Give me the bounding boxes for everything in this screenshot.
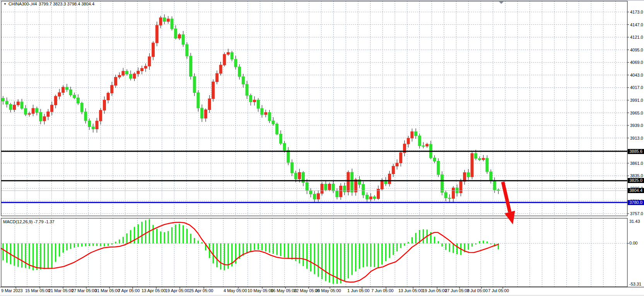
bull-candle: [223, 55, 226, 65]
bull-candle: [111, 86, 113, 93]
macd-histogram-bar: [291, 243, 292, 260]
macd-histogram-bar: [475, 243, 477, 245]
time-axis-labels: 9 Mar 202315 Mar 05:0021 Mar 05:0027 Mar…: [1, 287, 509, 293]
macd-histogram-bar: [6, 243, 7, 263]
time-axis-label: 19 Apr 05:00: [165, 288, 189, 293]
macd-histogram-bar: [340, 243, 341, 283]
macd-histogram-bar: [134, 227, 135, 243]
macd-histogram-bar: [471, 243, 473, 246]
macd-histogram-bar: [156, 229, 157, 243]
macd-histogram-bar: [288, 243, 289, 258]
bear-candle: [129, 74, 132, 79]
bull-candle: [144, 66, 147, 68]
bear-candle: [478, 158, 481, 159]
bear-candle: [92, 127, 94, 129]
macd-histogram-bar: [441, 243, 442, 246]
macd-histogram-bar: [171, 227, 173, 243]
time-axis-label: 27 Mar 05:00: [72, 288, 97, 293]
macd-histogram-bar: [224, 243, 225, 270]
macd-histogram-bar: [92, 243, 94, 246]
macd-histogram-bar: [445, 243, 446, 250]
macd-histogram-bar: [89, 243, 90, 246]
macd-histogram-bar: [190, 234, 191, 243]
symbol-period-label: CHINA300-,H4: [9, 2, 37, 7]
bull-candle: [298, 172, 301, 179]
bear-candle: [351, 172, 354, 192]
bull-candle: [369, 197, 372, 199]
bull-candle: [482, 158, 485, 160]
macd-histogram-bar: [479, 241, 480, 243]
time-axis-label: 3 Jul 05:00: [467, 288, 488, 293]
window-top-edge: [0, 0, 644, 1]
macd-histogram-bar: [164, 232, 165, 243]
bear-candle: [190, 56, 192, 76]
macd-histogram-bar: [70, 243, 71, 249]
time-axis-label: 25 Apr 05:00: [189, 288, 213, 293]
bear-candle: [294, 173, 297, 179]
bull-candle: [400, 153, 402, 163]
time-axis-label: 21 Mar 05:00: [48, 288, 73, 293]
bear-candle: [39, 112, 42, 121]
macd-histogram-bar: [201, 242, 202, 243]
chart-canvas[interactable]: 4173.04147.04121.04095.04069.04043.04017…: [0, 0, 644, 296]
bear-candle: [336, 191, 338, 197]
bear-candle: [306, 183, 308, 191]
macd-histogram-bar: [333, 243, 334, 284]
time-axis-label: 19 Jun 05:00: [422, 288, 447, 293]
bear-candle: [24, 108, 27, 115]
price-axis-label: 4173.0: [630, 10, 643, 14]
price-axis-label: 4017.0: [630, 85, 643, 90]
bull-candle: [47, 112, 50, 116]
macd-histogram-bar: [108, 243, 109, 246]
symbol-dropdown-icon[interactable]: ▼: [3, 2, 7, 7]
macd-histogram-bar: [194, 238, 195, 243]
bull-candle: [159, 18, 162, 26]
macd-histogram-bar: [284, 243, 285, 257]
bear-candle: [126, 71, 128, 74]
macd-histogram-bar: [273, 243, 274, 254]
price-axis-label: 4069.0: [630, 60, 643, 65]
price-axis-label: 3965.0: [630, 111, 643, 115]
macd-histogram-bar: [44, 243, 45, 269]
bull-candle: [460, 181, 462, 193]
bull-candle: [32, 108, 34, 113]
macd-histogram-bar: [74, 243, 75, 248]
macd-histogram-bar: [366, 243, 367, 267]
macd-name: MACD(12,26,9): [3, 219, 32, 224]
macd-histogram-bar: [48, 243, 49, 269]
macd-histogram-bar: [138, 224, 139, 243]
macd-histogram-bar: [141, 222, 142, 243]
bull-candle: [212, 82, 215, 99]
bear-candle: [422, 146, 425, 147]
macd-histogram-bar: [115, 242, 116, 243]
time-axis-label: 31 Mar 05:00: [95, 288, 120, 293]
bull-candle: [107, 93, 109, 100]
macd-scale-zero: 0.00: [629, 241, 637, 245]
macd-histogram-bar: [261, 243, 263, 250]
macd-histogram-bar: [254, 243, 255, 250]
bear-candle: [249, 96, 252, 102]
bull-candle: [103, 100, 106, 110]
time-axis-label: 7 Jun 05:00: [371, 288, 394, 293]
bear-candle: [279, 134, 282, 143]
bear-candle: [182, 34, 184, 44]
macd-histogram-bar: [438, 241, 439, 243]
bear-candle: [257, 100, 260, 108]
price-axis-label: 3939.0: [630, 123, 643, 128]
time-axis-label: 1 Jun 05:00: [347, 288, 370, 293]
bull-candle: [43, 116, 46, 121]
macd-histogram-bar: [186, 229, 188, 243]
macd-histogram-bar: [456, 243, 458, 254]
price-axis-label: 3757.0: [630, 211, 643, 216]
macd-histogram-bar: [370, 243, 371, 267]
bull-candle: [204, 110, 207, 118]
bull-candle: [388, 174, 391, 184]
macd-histogram-bar: [468, 243, 469, 250]
bear-candle: [174, 29, 177, 38]
macd-histogram-bar: [250, 243, 251, 251]
price-badge-level-3825: 3825.0: [628, 178, 644, 183]
bear-candle: [276, 124, 278, 134]
bear-candle: [475, 154, 477, 159]
macd-histogram-bar: [359, 243, 360, 269]
bull-candle: [340, 186, 342, 197]
